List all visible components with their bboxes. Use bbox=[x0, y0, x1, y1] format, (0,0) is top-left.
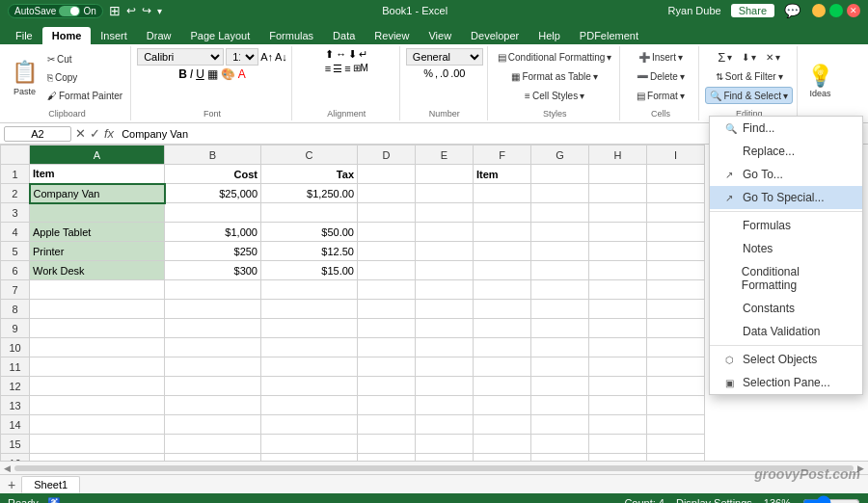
cell-I16[interactable] bbox=[647, 454, 705, 462]
font-color-btn[interactable]: A bbox=[238, 67, 246, 81]
cell-D15[interactable] bbox=[358, 435, 416, 454]
row-header-1[interactable]: 1 bbox=[1, 165, 30, 184]
cell-F2[interactable] bbox=[474, 184, 531, 203]
cell-D4[interactable] bbox=[358, 223, 416, 242]
cell-D9[interactable] bbox=[358, 319, 416, 338]
cell-B5[interactable]: $250 bbox=[165, 242, 261, 261]
cell-H1[interactable] bbox=[589, 165, 647, 184]
cell-F8[interactable] bbox=[474, 300, 531, 319]
menu-find[interactable]: 🔍 Find... bbox=[710, 117, 862, 140]
cell-E5[interactable] bbox=[416, 242, 474, 261]
cell-A2[interactable]: Company Van bbox=[30, 184, 165, 203]
menu-goto[interactable]: ↗ Go To... bbox=[710, 163, 862, 186]
cell-G7[interactable] bbox=[531, 280, 589, 300]
row-header-14[interactable]: 14 bbox=[1, 415, 30, 435]
cell-A13[interactable] bbox=[30, 396, 165, 415]
number-format-selector[interactable]: General bbox=[406, 48, 483, 66]
align-center-btn[interactable]: ☰ bbox=[333, 63, 342, 75]
cell-H3[interactable] bbox=[589, 203, 647, 223]
cell-F3[interactable] bbox=[474, 203, 531, 223]
tab-data[interactable]: Data bbox=[323, 27, 365, 44]
cell-C10[interactable] bbox=[261, 338, 358, 357]
cell-D11[interactable] bbox=[358, 357, 416, 377]
bold-btn[interactable]: B bbox=[178, 67, 187, 81]
cell-E14[interactable] bbox=[416, 415, 474, 435]
cell-E1[interactable] bbox=[416, 165, 474, 184]
sum-btn[interactable]: Σ ▾ bbox=[714, 48, 736, 66]
cell-I10[interactable] bbox=[647, 338, 705, 357]
cell-B8[interactable] bbox=[165, 300, 261, 319]
col-header-B[interactable]: B bbox=[165, 146, 261, 165]
cell-A7[interactable] bbox=[30, 280, 165, 300]
cell-H15[interactable] bbox=[589, 435, 647, 454]
percent-btn[interactable]: % bbox=[423, 67, 433, 79]
cell-A12[interactable] bbox=[30, 377, 165, 396]
cell-A5[interactable]: Printer bbox=[30, 242, 165, 261]
align-bottom-btn[interactable]: ⬇ bbox=[348, 48, 357, 61]
col-header-F[interactable]: F bbox=[474, 146, 531, 165]
cell-C7[interactable] bbox=[261, 280, 358, 300]
row-header-12[interactable]: 12 bbox=[1, 377, 30, 396]
cell-E4[interactable] bbox=[416, 223, 474, 242]
align-mid-btn[interactable]: ↔ bbox=[336, 48, 346, 61]
cell-D13[interactable] bbox=[358, 396, 416, 415]
cell-A16[interactable] bbox=[30, 454, 165, 462]
tab-help[interactable]: Help bbox=[529, 27, 570, 44]
paste-button[interactable]: 📋 Paste bbox=[8, 51, 41, 105]
cell-D1[interactable] bbox=[358, 165, 416, 184]
row-header-10[interactable]: 10 bbox=[1, 338, 30, 357]
cell-G14[interactable] bbox=[531, 415, 589, 435]
cell-A15[interactable] bbox=[30, 435, 165, 454]
menu-selection-pane[interactable]: ▣ Selection Pane... bbox=[710, 371, 862, 394]
row-header-4[interactable]: 4 bbox=[1, 223, 30, 242]
cell-E3[interactable] bbox=[416, 203, 474, 223]
cell-B12[interactable] bbox=[165, 377, 261, 396]
cell-H10[interactable] bbox=[589, 338, 647, 357]
cell-H2[interactable] bbox=[589, 184, 647, 203]
row-header-9[interactable]: 9 bbox=[1, 319, 30, 338]
cell-G16[interactable] bbox=[531, 454, 589, 462]
col-header-E[interactable]: E bbox=[416, 146, 474, 165]
menu-formulas[interactable]: Formulas bbox=[710, 214, 862, 237]
cell-G15[interactable] bbox=[531, 435, 589, 454]
format-painter-btn[interactable]: 🖌Format Painter bbox=[43, 88, 126, 105]
cell-D7[interactable] bbox=[358, 280, 416, 300]
horizontal-scrollbar[interactable]: ◀ ▶ bbox=[0, 461, 868, 474]
autosave-badge[interactable]: AutoSave On bbox=[8, 4, 103, 18]
cell-C9[interactable] bbox=[261, 319, 358, 338]
close-btn[interactable]: ✕ bbox=[847, 4, 860, 17]
cell-G12[interactable] bbox=[531, 377, 589, 396]
cell-B11[interactable] bbox=[165, 357, 261, 377]
clear-btn[interactable]: ✕ ▾ bbox=[762, 48, 784, 66]
cell-H13[interactable] bbox=[589, 396, 647, 415]
increase-font-btn[interactable]: A↑ bbox=[260, 51, 273, 63]
row-header-5[interactable]: 5 bbox=[1, 242, 30, 261]
merge-btn[interactable]: ⊞M bbox=[353, 63, 368, 75]
menu-select-objects[interactable]: ⬡ Select Objects bbox=[710, 348, 862, 371]
cell-F6[interactable] bbox=[474, 261, 531, 280]
cell-H9[interactable] bbox=[589, 319, 647, 338]
font-size-selector[interactable]: 11 bbox=[226, 48, 258, 66]
cell-I11[interactable] bbox=[647, 357, 705, 377]
cell-A11[interactable] bbox=[30, 357, 165, 377]
cell-styles-btn[interactable]: ≡ Cell Styles ▾ bbox=[521, 87, 588, 104]
menu-notes[interactable]: Notes bbox=[710, 237, 862, 260]
menu-data-validation[interactable]: Data Validation bbox=[710, 320, 862, 343]
cell-H7[interactable] bbox=[589, 280, 647, 300]
cell-I7[interactable] bbox=[647, 280, 705, 300]
cell-F4[interactable] bbox=[474, 223, 531, 242]
menu-constants[interactable]: Constants bbox=[710, 297, 862, 320]
row-header-13[interactable]: 13 bbox=[1, 396, 30, 415]
cell-I3[interactable] bbox=[647, 203, 705, 223]
cell-C15[interactable] bbox=[261, 435, 358, 454]
cell-B15[interactable] bbox=[165, 435, 261, 454]
tab-view[interactable]: View bbox=[419, 27, 461, 44]
cell-reference-input[interactable] bbox=[4, 126, 71, 142]
fill-btn[interactable]: ⬇ ▾ bbox=[738, 48, 760, 66]
tab-pdfelement[interactable]: PDFelement bbox=[570, 27, 648, 44]
sort-filter-btn[interactable]: ⇅ Sort & Filter ▾ bbox=[712, 67, 787, 85]
menu-conditional-formatting[interactable]: Conditional Formatting bbox=[710, 260, 862, 297]
decrease-dec-btn[interactable]: .00 bbox=[450, 67, 465, 79]
cell-E13[interactable] bbox=[416, 396, 474, 415]
menu-goto-special[interactable]: ↗ Go To Special... bbox=[710, 186, 862, 209]
